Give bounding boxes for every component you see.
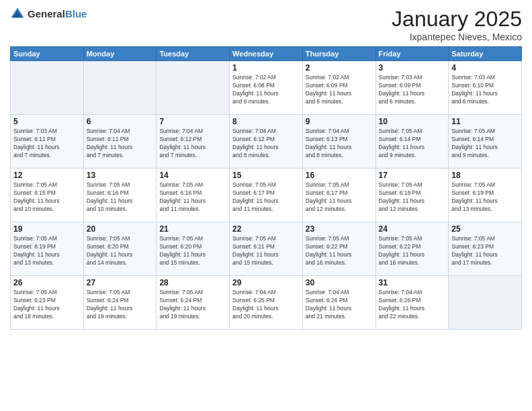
calendar-cell: 16Sunrise: 7:05 AM Sunset: 6:17 PM Dayli… bbox=[302, 169, 375, 222]
day-info: Sunrise: 7:05 AM Sunset: 6:15 PM Dayligh… bbox=[13, 181, 81, 214]
day-info: Sunrise: 7:05 AM Sunset: 6:24 PM Dayligh… bbox=[87, 289, 154, 321]
calendar-cell: 19Sunrise: 7:05 AM Sunset: 6:19 PM Dayli… bbox=[11, 222, 84, 276]
calendar-cell: 14Sunrise: 7:05 AM Sunset: 6:16 PM Dayli… bbox=[157, 169, 230, 222]
day-number: 7 bbox=[159, 117, 226, 126]
calendar-cell bbox=[449, 276, 522, 330]
calendar-cell: 26Sunrise: 7:05 AM Sunset: 6:23 PM Dayli… bbox=[11, 276, 84, 330]
calendar-cell: 11Sunrise: 7:05 AM Sunset: 6:14 PM Dayli… bbox=[449, 115, 522, 169]
day-info: Sunrise: 7:02 AM Sunset: 6:09 PM Dayligh… bbox=[306, 74, 373, 106]
calendar-cell: 17Sunrise: 7:05 AM Sunset: 6:18 PM Dayli… bbox=[375, 169, 449, 222]
day-info: Sunrise: 7:02 AM Sunset: 6:08 PM Dayligh… bbox=[232, 74, 300, 106]
day-info: Sunrise: 7:05 AM Sunset: 6:23 PM Dayligh… bbox=[451, 235, 519, 267]
calendar-cell: 6Sunrise: 7:04 AM Sunset: 6:11 PM Daylig… bbox=[83, 115, 157, 169]
day-info: Sunrise: 7:05 AM Sunset: 6:21 PM Dayligh… bbox=[232, 235, 300, 267]
calendar-cell: 29Sunrise: 7:04 AM Sunset: 6:25 PM Dayli… bbox=[230, 276, 303, 330]
calendar-week-2: 5Sunrise: 7:03 AM Sunset: 6:11 PM Daylig… bbox=[11, 115, 522, 169]
day-number: 17 bbox=[379, 171, 446, 180]
col-sunday: Sunday bbox=[11, 47, 84, 61]
day-info: Sunrise: 7:05 AM Sunset: 6:20 PM Dayligh… bbox=[87, 235, 154, 267]
calendar-cell: 8Sunrise: 7:04 AM Sunset: 6:12 PM Daylig… bbox=[230, 115, 303, 169]
day-number: 10 bbox=[379, 117, 446, 126]
logo: GeneralBlue bbox=[10, 7, 87, 21]
header-row: Sunday Monday Tuesday Wednesday Thursday… bbox=[11, 47, 522, 61]
day-number: 13 bbox=[87, 171, 154, 180]
day-info: Sunrise: 7:05 AM Sunset: 6:20 PM Dayligh… bbox=[159, 235, 226, 267]
col-saturday: Saturday bbox=[449, 47, 522, 61]
calendar-cell: 23Sunrise: 7:05 AM Sunset: 6:22 PM Dayli… bbox=[302, 222, 375, 276]
day-info: Sunrise: 7:05 AM Sunset: 6:17 PM Dayligh… bbox=[306, 181, 373, 214]
day-number: 9 bbox=[306, 117, 373, 126]
calendar-cell: 10Sunrise: 7:05 AM Sunset: 6:14 PM Dayli… bbox=[375, 115, 449, 169]
day-info: Sunrise: 7:03 AM Sunset: 6:11 PM Dayligh… bbox=[13, 128, 81, 160]
day-number: 3 bbox=[379, 63, 446, 73]
col-thursday: Thursday bbox=[302, 47, 375, 61]
col-friday: Friday bbox=[375, 47, 449, 61]
day-number: 2 bbox=[306, 63, 373, 73]
day-info: Sunrise: 7:04 AM Sunset: 6:12 PM Dayligh… bbox=[159, 128, 226, 160]
day-number: 30 bbox=[306, 278, 373, 287]
day-number: 22 bbox=[232, 224, 300, 234]
calendar-table: Sunday Monday Tuesday Wednesday Thursday… bbox=[10, 46, 522, 330]
logo-blue: Blue bbox=[65, 8, 87, 19]
day-info: Sunrise: 7:05 AM Sunset: 6:14 PM Dayligh… bbox=[451, 128, 519, 160]
day-number: 19 bbox=[13, 224, 81, 234]
day-info: Sunrise: 7:05 AM Sunset: 6:19 PM Dayligh… bbox=[13, 235, 81, 267]
day-number: 18 bbox=[451, 171, 519, 180]
day-number: 26 bbox=[13, 278, 81, 287]
calendar-week-4: 19Sunrise: 7:05 AM Sunset: 6:19 PM Dayli… bbox=[11, 222, 522, 276]
day-number: 20 bbox=[87, 224, 154, 234]
col-tuesday: Tuesday bbox=[157, 47, 230, 61]
day-number: 16 bbox=[306, 171, 373, 180]
day-info: Sunrise: 7:04 AM Sunset: 6:25 PM Dayligh… bbox=[232, 289, 300, 321]
day-info: Sunrise: 7:05 AM Sunset: 6:22 PM Dayligh… bbox=[379, 235, 446, 267]
day-number: 14 bbox=[159, 171, 226, 180]
day-info: Sunrise: 7:05 AM Sunset: 6:16 PM Dayligh… bbox=[87, 181, 154, 214]
day-number: 28 bbox=[159, 278, 226, 287]
calendar-cell: 31Sunrise: 7:04 AM Sunset: 6:26 PM Dayli… bbox=[375, 276, 449, 330]
calendar-cell bbox=[11, 61, 84, 115]
day-info: Sunrise: 7:04 AM Sunset: 6:26 PM Dayligh… bbox=[379, 289, 446, 321]
logo-general: General bbox=[28, 8, 65, 19]
day-info: Sunrise: 7:05 AM Sunset: 6:14 PM Dayligh… bbox=[379, 128, 446, 160]
day-info: Sunrise: 7:04 AM Sunset: 6:11 PM Dayligh… bbox=[87, 128, 154, 160]
day-info: Sunrise: 7:05 AM Sunset: 6:24 PM Dayligh… bbox=[159, 289, 226, 321]
day-number: 29 bbox=[232, 278, 300, 287]
day-number: 12 bbox=[13, 171, 81, 180]
day-number: 11 bbox=[451, 117, 519, 126]
logo-icon bbox=[10, 7, 25, 21]
calendar-cell: 2Sunrise: 7:02 AM Sunset: 6:09 PM Daylig… bbox=[302, 61, 375, 115]
header: GeneralBlue January 2025 Ixpantepec Niev… bbox=[10, 7, 522, 42]
day-info: Sunrise: 7:05 AM Sunset: 6:22 PM Dayligh… bbox=[306, 235, 373, 267]
calendar-cell: 22Sunrise: 7:05 AM Sunset: 6:21 PM Dayli… bbox=[230, 222, 303, 276]
calendar-cell: 12Sunrise: 7:05 AM Sunset: 6:15 PM Dayli… bbox=[11, 169, 84, 222]
calendar-cell: 13Sunrise: 7:05 AM Sunset: 6:16 PM Dayli… bbox=[83, 169, 157, 222]
day-info: Sunrise: 7:05 AM Sunset: 6:19 PM Dayligh… bbox=[451, 181, 519, 214]
day-info: Sunrise: 7:04 AM Sunset: 6:26 PM Dayligh… bbox=[306, 289, 373, 321]
day-info: Sunrise: 7:04 AM Sunset: 6:12 PM Dayligh… bbox=[232, 128, 300, 160]
day-number: 1 bbox=[232, 63, 300, 73]
day-number: 23 bbox=[306, 224, 373, 234]
calendar-cell: 20Sunrise: 7:05 AM Sunset: 6:20 PM Dayli… bbox=[83, 222, 157, 276]
page-container: GeneralBlue January 2025 Ixpantepec Niev… bbox=[0, 0, 532, 336]
location-title: Ixpantepec Nieves, Mexico bbox=[392, 32, 522, 42]
day-info: Sunrise: 7:03 AM Sunset: 6:09 PM Dayligh… bbox=[379, 74, 446, 106]
calendar-cell: 30Sunrise: 7:04 AM Sunset: 6:26 PM Dayli… bbox=[302, 276, 375, 330]
day-info: Sunrise: 7:05 AM Sunset: 6:17 PM Dayligh… bbox=[232, 181, 300, 214]
calendar-cell: 7Sunrise: 7:04 AM Sunset: 6:12 PM Daylig… bbox=[157, 115, 230, 169]
calendar-cell: 27Sunrise: 7:05 AM Sunset: 6:24 PM Dayli… bbox=[83, 276, 157, 330]
calendar-cell: 21Sunrise: 7:05 AM Sunset: 6:20 PM Dayli… bbox=[157, 222, 230, 276]
day-info: Sunrise: 7:03 AM Sunset: 6:10 PM Dayligh… bbox=[451, 74, 519, 106]
calendar-body: 1Sunrise: 7:02 AM Sunset: 6:08 PM Daylig… bbox=[11, 61, 522, 330]
col-wednesday: Wednesday bbox=[230, 47, 303, 61]
calendar-cell: 28Sunrise: 7:05 AM Sunset: 6:24 PM Dayli… bbox=[157, 276, 230, 330]
day-number: 21 bbox=[159, 224, 226, 234]
title-block: January 2025 Ixpantepec Nieves, Mexico bbox=[392, 7, 522, 42]
calendar-cell bbox=[157, 61, 230, 115]
calendar-cell: 5Sunrise: 7:03 AM Sunset: 6:11 PM Daylig… bbox=[11, 115, 84, 169]
calendar-cell: 4Sunrise: 7:03 AM Sunset: 6:10 PM Daylig… bbox=[449, 61, 522, 115]
day-number: 27 bbox=[87, 278, 154, 287]
calendar-week-3: 12Sunrise: 7:05 AM Sunset: 6:15 PM Dayli… bbox=[11, 169, 522, 222]
calendar-cell: 3Sunrise: 7:03 AM Sunset: 6:09 PM Daylig… bbox=[375, 61, 449, 115]
day-info: Sunrise: 7:04 AM Sunset: 6:13 PM Dayligh… bbox=[306, 128, 373, 160]
day-info: Sunrise: 7:05 AM Sunset: 6:16 PM Dayligh… bbox=[159, 181, 226, 214]
